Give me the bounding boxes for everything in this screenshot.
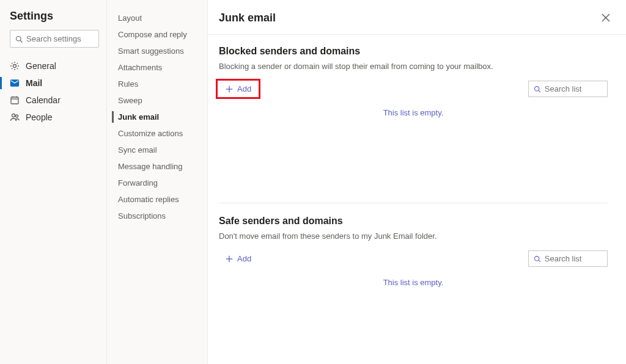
category-label: Calendar: [26, 95, 61, 105]
safe-add-label: Add: [237, 254, 251, 263]
sub-message-handling[interactable]: Message handling: [107, 158, 207, 175]
blocked-title: Blocked senders and domains: [219, 46, 608, 57]
blocked-empty-message: This list is empty.: [219, 103, 608, 178]
sub-automatic-replies[interactable]: Automatic replies: [107, 191, 207, 208]
close-icon: [601, 13, 611, 23]
svg-line-1: [20, 40, 22, 42]
sub-subscriptions[interactable]: Subscriptions: [107, 208, 207, 224]
sub-smart-suggestions[interactable]: Smart suggestions: [107, 43, 207, 59]
close-button[interactable]: [597, 9, 615, 27]
category-calendar[interactable]: Calendar: [4, 92, 99, 109]
category-people[interactable]: People: [4, 109, 99, 126]
svg-point-18: [534, 256, 539, 260]
sub-junk-email[interactable]: Junk email: [107, 109, 207, 125]
svg-point-0: [17, 36, 21, 41]
category-label: Mail: [26, 78, 42, 88]
search-icon: [534, 255, 541, 263]
sub-attachments[interactable]: Attachments: [107, 59, 207, 76]
sub-rules[interactable]: Rules: [107, 76, 207, 92]
safe-add-button[interactable]: Add: [219, 252, 257, 266]
svg-point-2: [13, 65, 17, 68]
sub-sweep[interactable]: Sweep: [107, 92, 207, 109]
sub-layout[interactable]: Layout: [107, 10, 207, 26]
blocked-section: Blocked senders and domains Blocking a s…: [219, 46, 608, 178]
calendar-icon: [10, 95, 20, 105]
sub-customize-actions[interactable]: Customize actions: [107, 125, 207, 142]
sub-sync-email[interactable]: Sync email: [107, 142, 207, 158]
sub-compose-reply[interactable]: Compose and reply: [107, 26, 207, 43]
mail-icon: [10, 78, 20, 88]
settings-search[interactable]: [10, 30, 99, 48]
blocked-add-label: Add: [237, 84, 251, 93]
settings-title: Settings: [10, 10, 99, 23]
svg-point-8: [12, 114, 15, 117]
svg-point-9: [16, 115, 18, 117]
safe-desc: Don't move email from these senders to m…: [219, 231, 608, 241]
category-mail[interactable]: Mail: [4, 75, 99, 92]
subcategory-list: Layout Compose and reply Smart suggestio…: [107, 10, 207, 224]
blocked-desc: Blocking a sender or domain will stop th…: [219, 62, 608, 71]
safe-empty-message: This list is empty.: [219, 273, 608, 360]
settings-search-input[interactable]: [26, 34, 94, 43]
blocked-add-button[interactable]: Add: [219, 82, 257, 96]
page-title: Junk email: [219, 12, 276, 24]
safe-search[interactable]: [528, 250, 608, 267]
svg-line-19: [539, 260, 540, 262]
svg-line-15: [539, 90, 540, 92]
search-icon: [534, 85, 541, 93]
section-divider: [219, 203, 608, 203]
category-label: People: [26, 112, 53, 122]
safe-search-input[interactable]: [545, 254, 602, 263]
category-label: General: [26, 61, 56, 71]
gear-icon: [10, 61, 20, 71]
plus-icon: [225, 85, 234, 93]
safe-title: Safe senders and domains: [219, 216, 608, 227]
blocked-search[interactable]: [528, 81, 608, 97]
svg-rect-4: [11, 97, 18, 104]
category-general[interactable]: General: [4, 57, 99, 75]
people-icon: [10, 112, 20, 122]
blocked-search-input[interactable]: [545, 84, 602, 93]
safe-section: Safe senders and domains Don't move emai…: [219, 216, 608, 360]
sub-forwarding[interactable]: Forwarding: [107, 175, 207, 191]
svg-point-14: [534, 86, 539, 90]
search-icon: [15, 35, 23, 43]
plus-icon: [225, 255, 234, 263]
